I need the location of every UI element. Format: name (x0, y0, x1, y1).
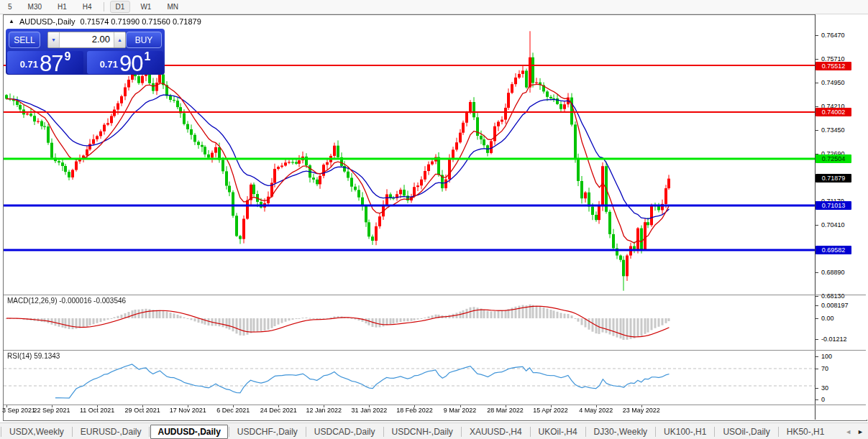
tab-list: USDX,WeeklyEURUSD-,DailyAUDUSD-,DailyUSD… (0, 425, 831, 439)
axis-tick-mark (816, 356, 818, 357)
timeframe-button-d1[interactable]: D1 (110, 1, 131, 13)
rsi-tick-label: 0 (821, 395, 825, 404)
symbol-tab-hk50-h1[interactable]: HK50-,H1 (780, 425, 832, 439)
date-tick-label: 24 Dec 2021 (260, 407, 297, 414)
symbol-tab-usoil-daily[interactable]: USOil-,Daily (716, 425, 777, 439)
date-tick-label: 29 Oct 2021 (125, 407, 160, 414)
date-tick-label: 6 Dec 2021 (216, 407, 250, 414)
axis-tick-mark (816, 318, 818, 319)
symbol-tab-eurusd-daily[interactable]: EURUSD-,Daily (73, 425, 149, 439)
date-tick-label: 11 Oct 2021 (80, 407, 114, 414)
triangle-up-icon: ▲ (117, 37, 122, 42)
date-tick-label: 31 Jan 2022 (352, 407, 388, 414)
collapse-icon[interactable]: ▲ (9, 18, 14, 25)
tab-navigation: ◄ ► (845, 428, 868, 435)
timeframe-button-5[interactable]: 5 (2, 1, 18, 13)
timeframe-button-w1[interactable]: W1 (134, 1, 157, 13)
date-tick-label: 15 Apr 2022 (533, 407, 568, 414)
date-tick-label: 22 Sep 2021 (34, 407, 70, 414)
symbol-tab-dj30-weekly[interactable]: DJ30-,Weekly (587, 425, 654, 439)
trading-terminal: 5M30H1H4D1W1MN ▲ AUDUSD-,Daily 0.71574 0… (0, 0, 868, 439)
tab-separator (778, 427, 779, 437)
tab-separator (229, 427, 229, 437)
axis-tick-mark (816, 388, 818, 389)
chart-symbol-title: AUDUSD-,Daily (19, 17, 76, 26)
price-tick-label: 0.68890 (821, 268, 845, 277)
rsi-tick-label: 30 (821, 384, 828, 392)
axis-tick-mark (816, 35, 818, 36)
timeframe-toolbar: 5M30H1H4D1W1MN (0, 0, 868, 14)
macd-tick-label: 0.00 (821, 314, 834, 323)
tab-separator (714, 427, 715, 437)
axis-tick-mark (816, 296, 818, 297)
buy-price-prefix: 0.71 (100, 59, 118, 70)
price-level-badge: 0.75512 (816, 62, 851, 70)
axis-tick-mark (816, 339, 818, 340)
tab-separator (383, 427, 384, 437)
volume-spinner: ▼ 2.00 ▲ (47, 32, 126, 48)
timeframe-button-mn[interactable]: MN (161, 1, 184, 13)
axis-tick-mark (816, 225, 818, 226)
symbol-tab-uk100-h1[interactable]: UK100-,H1 (657, 425, 713, 439)
date-tick-label: 9 Mar 2022 (444, 407, 477, 414)
timeframe-button-h1[interactable]: H1 (52, 1, 73, 13)
symbol-tab-audusd-daily[interactable]: AUDUSD-,Daily (150, 425, 227, 439)
axis-tick-mark (816, 83, 818, 83)
date-tick-label: 18 Feb 2022 (396, 407, 433, 414)
tabs-scroll-right-icon[interactable]: ► (857, 428, 864, 435)
date-tick-label: 4 May 2022 (579, 407, 613, 414)
price-tick-label: 0.68130 (821, 292, 845, 300)
macd-panel-separator (4, 295, 866, 295)
sell-price-sup: 9 (64, 50, 70, 63)
macd-tick-label: -0.01212 (821, 335, 847, 343)
tab-separator (530, 427, 531, 437)
axis-tick-mark (816, 272, 818, 273)
price-level-badge: 0.69582 (816, 246, 851, 254)
sell-price-big: 87 (40, 54, 63, 73)
symbol-tab-usdx-weekly[interactable]: USDX,Weekly (2, 425, 71, 439)
date-tick-label: 3 Sep 2021 (2, 407, 35, 414)
buy-button[interactable]: BUY (126, 32, 162, 48)
price-tick-label: 0.73450 (821, 126, 845, 134)
price-level-badge: 0.71013 (816, 201, 851, 210)
tab-separator (306, 427, 306, 437)
macd-tick-label: 0.008197 (821, 301, 849, 310)
timeframe-button-m30[interactable]: M30 (22, 1, 47, 13)
price-tick-label: 0.70410 (821, 221, 845, 229)
rsi-indicator-label: RSI(14) 59.1343 (7, 352, 60, 360)
date-axis-separator (4, 405, 866, 405)
price-level-badge: 0.74002 (816, 108, 851, 116)
price-axis[interactable]: 0.764700.757100.749500.742100.734500.726… (815, 14, 867, 420)
buy-price-big: 90 (119, 54, 142, 73)
one-click-trading-panel: SELL ▼ 2.00 ▲ BUY 0.71 87 9 0.71 90 1 (6, 29, 165, 75)
symbol-tab-usdchf-daily[interactable]: USDCHF-,Daily (230, 425, 305, 439)
axis-tick-mark (816, 59, 818, 60)
toolbar-separator (104, 2, 104, 11)
rsi-tick-label: 70 (821, 364, 828, 373)
volume-field[interactable]: 2.00 (60, 32, 114, 47)
sell-price-display[interactable]: 0.71 87 9 (7, 51, 83, 74)
price-level-badge: 0.71879 (816, 174, 851, 182)
tabs-scroll-left-icon[interactable]: ◄ (845, 428, 851, 435)
symbol-tab-usdcnh-daily[interactable]: USDCNH-,Daily (385, 425, 460, 439)
rsi-tick-label: 100 (821, 352, 832, 361)
tab-separator (461, 427, 462, 437)
symbol-tab-xauusd-h4[interactable]: XAUUSD-,H4 (462, 425, 529, 439)
volume-increase-button[interactable]: ▲ (114, 32, 125, 47)
axis-tick-mark (816, 399, 818, 400)
price-level-badge: 0.72504 (816, 154, 851, 163)
axis-tick-mark (816, 130, 818, 131)
tab-separator (1, 427, 1, 437)
buy-price-display[interactable]: 0.71 90 1 (87, 51, 163, 74)
tab-separator (585, 427, 586, 437)
symbol-tab-ukoil-h4[interactable]: UKOil-,H4 (531, 425, 585, 439)
axis-tick-mark (816, 106, 818, 107)
volume-decrease-button[interactable]: ▼ (48, 32, 60, 47)
date-tick-label: 12 Jan 2022 (306, 407, 342, 414)
tab-separator (72, 427, 73, 437)
symbol-tab-bar: USDX,WeeklyEURUSD-,DailyAUDUSD-,DailyUSD… (0, 422, 868, 439)
symbol-tab-usdcad-daily[interactable]: USDCAD-,Daily (307, 425, 383, 439)
timeframe-button-h4[interactable]: H4 (77, 1, 98, 13)
date-tick-label: 28 Mar 2022 (487, 407, 524, 414)
sell-button[interactable]: SELL (9, 32, 40, 48)
